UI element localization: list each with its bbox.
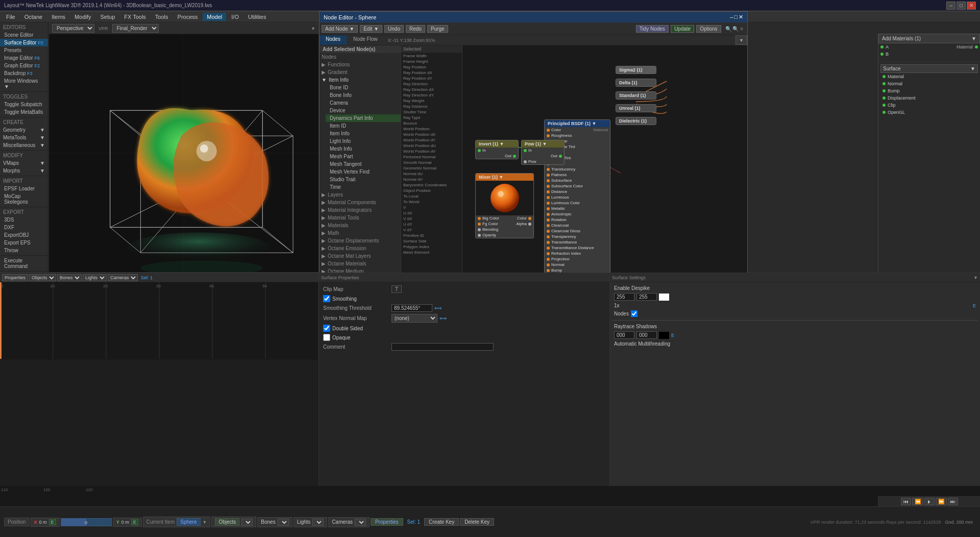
viewport-canvas[interactable] [49,34,318,272]
goto-start-button[interactable]: ⏮ [901,498,911,505]
panel-octane-displacements[interactable]: ▶Octane Displacements [320,237,401,245]
panel-dynamics-part-info[interactable]: Dynamics Part Info [326,114,401,122]
shadow-edit[interactable]: E [671,333,674,338]
play-button[interactable]: ⏵ [924,498,935,505]
node-editor-minimize[interactable]: – [730,14,733,20]
lights-select[interactable]: Lights [83,274,107,281]
objects-select[interactable]: Objects [29,274,56,281]
nodes-checkbox[interactable] [631,310,638,317]
surface-right-toggle[interactable]: ▼ [973,275,978,280]
one-x-edit[interactable]: E [973,303,976,308]
lights-dropdown[interactable] [312,519,324,526]
frame-slider[interactable]: 0 [61,518,112,526]
sidebar-item-morphs[interactable]: Morphs ▼ [0,167,48,175]
undo-button[interactable]: Undo [384,25,404,33]
tab-node-flow[interactable]: Node Flow [347,35,384,45]
sidebar-item-miscellaneous[interactable]: Miscellaneous ▼ [0,141,48,149]
purge-button[interactable]: Purge [427,25,448,33]
redo-button[interactable]: Redo [406,25,425,33]
smoothing-threshold-adjust[interactable]: ⟺ [434,305,442,311]
opaque-checkbox[interactable] [323,334,330,341]
menu-items[interactable]: Items [47,13,69,21]
node-canvas[interactable]: Sigma2 (1) Delta (1) Standard (1) Unreal… [462,45,747,286]
smoothing-threshold-input[interactable] [391,304,432,312]
vertex-normal-select[interactable]: (none) [391,314,437,323]
sidebar-item-vmaps[interactable]: VMaps ▼ [0,159,48,167]
node-graph[interactable]: Selected Frame Width Frame Height Ray Po… [401,45,747,286]
node-editor-close[interactable]: ✕ [739,14,743,20]
sidebar-item-throw[interactable]: Throw [0,247,48,254]
menu-utilities[interactable]: Utilities [244,13,270,21]
sidebar-item-toggle-metaballs[interactable]: Toggle MetaBalls [0,108,48,116]
close-button[interactable]: ✕ [967,2,976,10]
cameras-select[interactable]: Cameras [108,274,138,281]
cameras-dropdown[interactable] [355,519,366,526]
shadow-swatch[interactable] [659,332,669,339]
goto-end-button[interactable]: ⏭ [948,498,958,505]
panel-mesh-part[interactable]: Mesh Part [326,153,401,160]
tidy-nodes-button[interactable]: Tidy Nodes [636,25,669,33]
viewport-render-select[interactable]: Final_Render [112,24,159,33]
next-frame-button[interactable]: ⏩ [936,498,947,505]
sidebar-item-metatools[interactable]: MetaTools ▼ [0,134,48,141]
menu-model[interactable]: Model [203,13,226,21]
menu-tools[interactable]: Tools [151,13,173,21]
smoothing-checkbox[interactable] [323,295,330,302]
node-pow[interactable]: Pow (1) ▼ In Out Pow [521,140,565,165]
panel-octane-materials[interactable]: ▶Octane Materials [320,260,401,267]
panel-octane-emission[interactable]: ▶Octane Emission [320,245,401,252]
panel-bone-id[interactable]: Bone ID [326,84,401,91]
sidebar-item-backdrop[interactable]: Backdrop F3 [0,69,48,77]
delete-key-button[interactable]: Delete Key [460,518,494,526]
edit-button[interactable]: Edit ▼ [360,25,382,33]
node-delta[interactable]: Delta (1) [616,79,656,87]
sidebar-item-execute-command[interactable]: Execute Command [0,257,48,270]
clip-map-key[interactable]: T [391,285,402,293]
update-button[interactable]: Update [671,25,694,33]
node-mixer[interactable]: Mixer (1) ▼ [475,173,534,238]
node-dielectric[interactable]: Dielectric (1) [616,117,656,125]
sidebar-item-dxf[interactable]: DXF [0,224,48,231]
properties-btn[interactable]: Properties [2,274,28,281]
bones-dropdown[interactable] [278,519,289,526]
node-unreal[interactable]: Unreal (1) [616,104,656,112]
node-editor-maximize[interactable]: □ [734,14,738,20]
add-selected-node-btn[interactable]: Add Selected Node(s) [320,45,401,53]
double-sided-checkbox[interactable] [323,325,330,332]
sidebar-item-3ds[interactable]: 3DS [0,216,48,224]
menu-process[interactable]: Process [174,13,202,21]
panel-functions[interactable]: ▶Functions [320,61,401,68]
sidebar-item-export-eps[interactable]: Export EPS [0,239,48,247]
panel-device[interactable]: Device [326,107,401,114]
properties-button[interactable]: Properties [371,518,403,526]
color-value-1[interactable] [614,293,634,301]
menu-fx-tools[interactable]: FX Tools [120,13,150,21]
panel-light-info[interactable]: Light Info [326,137,401,145]
add-node-button[interactable]: Add Node ▼ [322,25,358,33]
panel-bone-info[interactable]: Bone Info [326,91,401,99]
color-value-2[interactable] [636,293,657,301]
sidebar-item-export-obj[interactable]: ExportOBJ [0,231,48,239]
menu-setup[interactable]: Setup [96,13,119,21]
surface-dropdown[interactable]: ▼ [970,66,975,71]
current-item-value[interactable]: Sphere [177,518,200,526]
panel-mesh-info[interactable]: Mesh Info [326,145,401,153]
shadow-value-1[interactable] [614,331,634,339]
panel-gradient[interactable]: ▶Gradient [320,68,401,76]
sidebar-item-toggle-subpatch[interactable]: Toggle Subpatch [0,101,48,108]
objects-value[interactable]: Objects [215,518,239,526]
current-item-dropdown[interactable]: ▼ [203,520,207,525]
node-panel-toggle[interactable]: ▼ [736,35,747,45]
node-standard[interactable]: Standard (1) [616,91,656,100]
menu-octane[interactable]: Octane [20,13,46,21]
minimize-button[interactable]: – [946,2,955,10]
node-invert[interactable]: Invert (1) ▼ In Out [475,140,519,159]
menu-io[interactable]: I/O [227,13,243,21]
node-sigma2[interactable]: Sigma2 (1) [616,66,656,74]
sidebar-item-epsf-loader[interactable]: EPSF Loader [0,185,48,192]
sidebar-item-surface-editor[interactable]: Surface Editor F5 [0,39,48,46]
add-materials-dropdown[interactable]: ▼ [971,36,976,41]
sidebar-item-more-windows[interactable]: More Windows ▼ [0,77,48,90]
panel-time[interactable]: Time [326,183,401,191]
sidebar-item-mocap-skelegons[interactable]: MoCap Skelegons [0,192,48,206]
